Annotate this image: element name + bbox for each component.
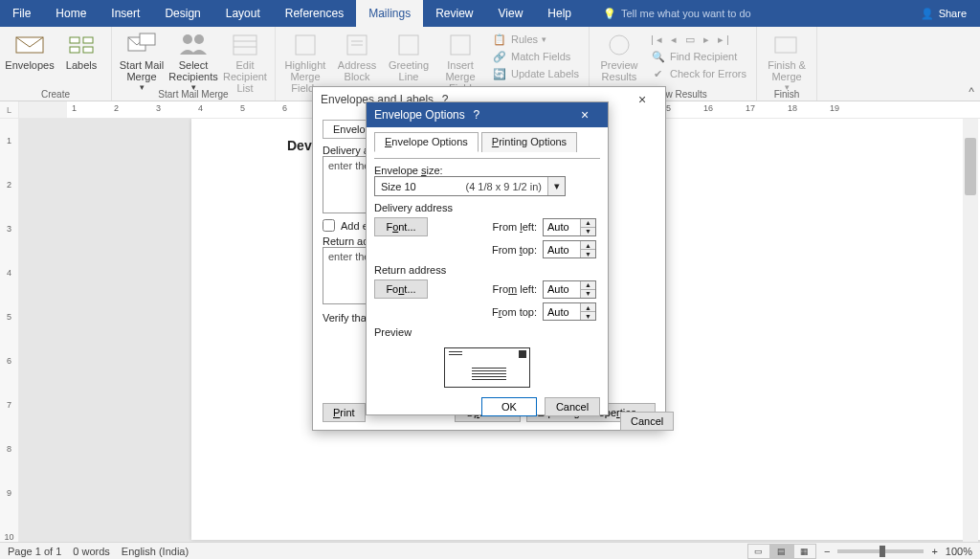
spin-up-icon[interactable]: ▲	[581, 219, 595, 228]
edit-list-icon	[230, 32, 260, 58]
print-button[interactable]: Print	[323, 403, 366, 422]
zoom-level[interactable]: 100%	[946, 546, 972, 557]
printing-options-tab[interactable]: Printing Options	[481, 132, 577, 152]
envelope-size-label: Envelope size:	[374, 165, 600, 176]
envelope-options-tab[interactable]: Envelope Options	[374, 132, 479, 152]
update-label: Update Labels	[511, 66, 579, 81]
greeting-line-button: Greeting Line	[385, 29, 433, 82]
finish-icon	[771, 32, 802, 58]
rules-label: Rules	[511, 32, 538, 47]
options-help-button[interactable]: ?	[465, 108, 488, 122]
delivery-from-top-input[interactable]	[544, 241, 580, 257]
envelope-icon	[14, 32, 45, 58]
find-icon: 🔍	[651, 49, 666, 64]
select-recip-label: Select Recipients	[168, 59, 217, 82]
group-create-label: Create	[41, 88, 70, 101]
delivery-from-top-spinner[interactable]: ▲▼	[543, 240, 596, 258]
word-count[interactable]: 0 words	[73, 546, 110, 557]
envlabels-cancel-button[interactable]: Cancel	[620, 412, 674, 431]
tab-insert[interactable]: Insert	[99, 0, 152, 27]
web-layout-button[interactable]: ▦	[793, 544, 816, 559]
share-label: Share	[939, 8, 967, 19]
return-font-button[interactable]: Font...	[374, 280, 428, 299]
spin-down-icon[interactable]: ▼	[581, 250, 595, 257]
match-label: Match Fields	[511, 49, 570, 64]
svg-rect-4	[83, 47, 93, 53]
tab-mailings[interactable]: Mailings	[356, 0, 423, 27]
print-layout-button[interactable]: ▤	[770, 544, 793, 559]
start-mail-merge-button[interactable]: Start Mail Merge	[118, 29, 166, 93]
envelope-preview	[444, 347, 530, 388]
spin-down-icon[interactable]: ▼	[581, 290, 595, 298]
tab-file[interactable]: File	[0, 0, 43, 27]
tell-me-label: Tell me what you want to do	[621, 8, 751, 19]
find-recipient-button: 🔍Find Recipient	[647, 48, 741, 65]
select-recipients-button[interactable]: Select Recipients	[169, 29, 217, 93]
page-number[interactable]: Page 1 of 1	[8, 546, 61, 557]
envelope-size-dim: (4 1/8 x 9 1/2 in)	[466, 181, 548, 192]
envelopes-label: Envelopes	[5, 59, 54, 71]
finish-merge-button: Finish & Merge	[763, 29, 811, 93]
chevron-down-icon[interactable]: ▾	[547, 177, 565, 195]
tab-references[interactable]: References	[273, 0, 356, 27]
return-from-left-input[interactable]	[544, 281, 580, 298]
group-finish-label: Finish	[774, 88, 800, 101]
group-start-merge: Start Mail Merge Select Recipients Edit …	[112, 27, 276, 101]
delivery-address-section-label: Delivery address	[374, 202, 600, 213]
delivery-from-top-label: From top:	[457, 244, 537, 256]
return-from-left-spinner[interactable]: ▲▼	[543, 280, 596, 299]
return-address-section-label: Return address	[374, 264, 600, 276]
tab-view[interactable]: View	[486, 0, 536, 27]
group-create: Envelopes Labels Create	[0, 27, 112, 101]
zoom-slider[interactable]	[837, 549, 924, 553]
zoom-out-button[interactable]: −	[824, 546, 830, 557]
tab-help[interactable]: Help	[535, 0, 584, 27]
tab-design[interactable]: Design	[152, 0, 212, 27]
envelope-size-select[interactable]: Size 10 (4 1/8 x 9 1/2 in) ▾	[374, 176, 566, 196]
read-mode-button[interactable]: ▭	[747, 544, 770, 559]
person-icon	[921, 8, 934, 20]
preview-label: Preview	[374, 326, 600, 338]
add-electronic-postage-checkbox[interactable]	[323, 219, 335, 232]
tab-home[interactable]: Home	[43, 0, 99, 27]
options-close-button[interactable]: ×	[569, 107, 600, 123]
spin-up-icon[interactable]: ▲	[581, 241, 595, 250]
share-button[interactable]: Share	[907, 0, 980, 27]
greeting-icon	[393, 32, 424, 58]
zoom-in-button[interactable]: +	[931, 546, 937, 557]
return-from-left-label: From left:	[457, 283, 537, 295]
dialog-close-button[interactable]: ×	[627, 92, 657, 107]
tab-selector[interactable]: L	[0, 101, 19, 118]
delivery-from-left-input[interactable]	[544, 219, 580, 235]
greeting-label: Greeting Line	[385, 59, 433, 82]
spin-down-icon[interactable]: ▼	[581, 312, 595, 320]
tell-me-search[interactable]: Tell me what you want to do	[603, 0, 751, 27]
return-from-top-spinner[interactable]: ▲▼	[543, 302, 596, 321]
address-block-label: Address Block	[333, 59, 381, 82]
preview-results-label: Preview Results	[595, 59, 643, 82]
svg-rect-2	[83, 37, 93, 43]
match-icon: 🔗	[492, 49, 507, 64]
return-from-top-input[interactable]	[544, 303, 580, 320]
status-bar: Page 1 of 1 0 words English (India) ▭ ▤ …	[0, 542, 980, 559]
tab-layout[interactable]: Layout	[213, 0, 273, 27]
spin-down-icon[interactable]: ▼	[581, 228, 595, 235]
vertical-scrollbar[interactable]	[963, 119, 978, 542]
envelope-options-dialog: Envelope Options ? × Envelope Options Pr…	[366, 101, 609, 415]
zoom-slider-thumb[interactable]	[880, 546, 885, 557]
delivery-from-left-spinner[interactable]: ▲▼	[543, 218, 596, 236]
collapse-ribbon-button[interactable]: ^	[969, 85, 974, 99]
ok-button[interactable]: OK	[481, 397, 537, 416]
options-dialog-titlebar: Envelope Options ? ×	[367, 102, 608, 127]
envelopes-button[interactable]: Envelopes	[6, 29, 54, 71]
svg-point-8	[194, 34, 204, 44]
spin-up-icon[interactable]: ▲	[581, 281, 595, 290]
spin-up-icon[interactable]: ▲	[581, 303, 595, 312]
language[interactable]: English (India)	[122, 546, 189, 557]
labels-button[interactable]: Labels	[57, 29, 105, 71]
scrollbar-thumb[interactable]	[965, 138, 976, 195]
tab-review[interactable]: Review	[423, 0, 485, 27]
cancel-button[interactable]: Cancel	[545, 397, 600, 416]
delivery-font-button[interactable]: Font...	[374, 217, 428, 236]
insert-field-icon	[445, 32, 476, 58]
